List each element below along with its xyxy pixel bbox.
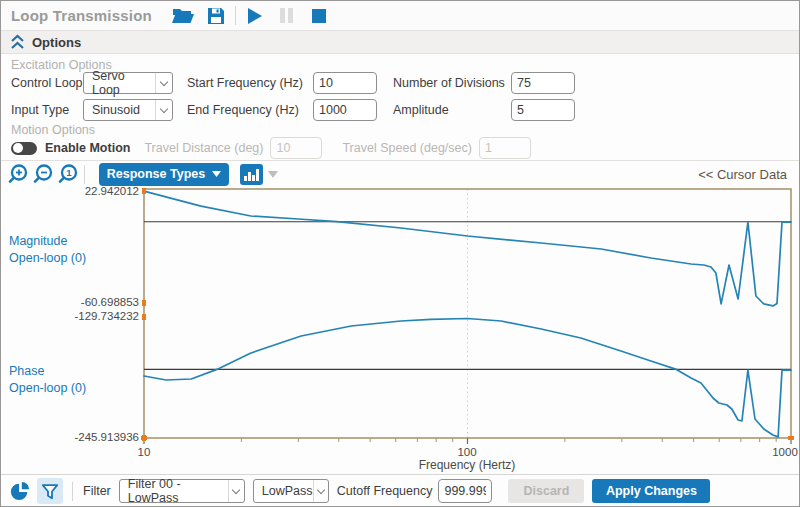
start-frequency-label: Start Frequency (Hz) bbox=[187, 76, 313, 90]
input-type-value: Sinusoid bbox=[92, 103, 140, 117]
chart-type-button[interactable] bbox=[240, 164, 263, 185]
options-header-label: Options bbox=[32, 35, 81, 50]
phase-ymin-label: -245.913936 bbox=[1, 431, 139, 443]
pause-button[interactable] bbox=[274, 4, 300, 28]
zoom-in-icon bbox=[7, 163, 29, 185]
amplitude-label: Amplitude bbox=[393, 103, 511, 117]
end-frequency-label: End Frequency (Hz) bbox=[187, 103, 313, 117]
cutoff-frequency-input[interactable] bbox=[438, 479, 492, 503]
toolbar-divider bbox=[235, 6, 236, 25]
save-icon bbox=[206, 6, 226, 26]
zoom-out-button[interactable] bbox=[30, 162, 55, 187]
page-title: Loop Transmission bbox=[11, 7, 152, 24]
x-axis-title: Frequency (Hertz) bbox=[367, 458, 567, 472]
options-panel: Excitation Options Control Loop Servo Lo… bbox=[1, 55, 799, 160]
bar-chart-icon bbox=[244, 169, 259, 181]
zoom-reset-button[interactable]: 1 bbox=[55, 162, 80, 187]
filter-type-select[interactable]: LowPass bbox=[253, 479, 329, 503]
options-collapse-header[interactable]: Options bbox=[1, 30, 799, 54]
response-types-label: Response Types bbox=[107, 167, 205, 181]
travel-distance-label: Travel Distance (deg) bbox=[144, 141, 263, 155]
filter-bar: Filter Filter 00 - LowPass LowPass Cutof… bbox=[1, 474, 799, 507]
travel-speed-label: Travel Speed (deg/sec) bbox=[342, 141, 471, 155]
xtick-1000: 1000 bbox=[762, 446, 800, 458]
filter-type-value: LowPass bbox=[262, 484, 313, 498]
magnitude-axis-title: Magnitude Open-loop (0) bbox=[9, 233, 86, 267]
divisions-label: Number of Divisions bbox=[393, 76, 511, 90]
title-bar: Loop Transmission bbox=[1, 1, 799, 30]
caret-down-icon bbox=[212, 171, 221, 177]
discard-button[interactable]: Discard bbox=[508, 479, 584, 503]
chart-toolbar-divider bbox=[84, 165, 85, 184]
zoom-out-icon bbox=[32, 163, 54, 185]
divisions-input[interactable] bbox=[511, 72, 575, 94]
filter-view-button[interactable] bbox=[37, 478, 63, 504]
travel-distance-input[interactable] bbox=[270, 137, 322, 159]
zoom-reset-icon: 1 bbox=[57, 163, 79, 185]
filter-funnel-icon bbox=[40, 482, 60, 501]
save-button[interactable] bbox=[203, 4, 229, 28]
mag-ymax-label: 22.942012 bbox=[1, 185, 139, 197]
pie-chart-icon bbox=[10, 481, 30, 501]
folder-open-icon bbox=[171, 6, 195, 26]
svg-text:1: 1 bbox=[66, 167, 72, 178]
collapse-chevrons-icon bbox=[10, 34, 25, 50]
stop-icon bbox=[311, 8, 327, 24]
loop-transmission-window: Loop Transmission bbox=[0, 0, 800, 507]
stop-button[interactable] bbox=[306, 4, 332, 28]
control-loop-label: Control Loop bbox=[11, 76, 83, 90]
chart-type-caret-icon[interactable] bbox=[268, 171, 278, 178]
chart-toolbar: 1 Response Types << Cursor Data bbox=[1, 160, 799, 187]
mag-ymin-label: -60.698853 bbox=[1, 296, 139, 308]
pie-chart-button[interactable] bbox=[7, 478, 33, 504]
control-loop-select[interactable]: Servo Loop bbox=[83, 72, 173, 94]
chevron-down-icon bbox=[155, 100, 172, 120]
control-loop-value: Servo Loop bbox=[92, 69, 155, 97]
filter-label: Filter bbox=[83, 484, 111, 498]
input-type-select[interactable]: Sinusoid bbox=[83, 99, 173, 121]
phase-trace-label: Open-loop (0) bbox=[9, 380, 86, 397]
magnitude-trace-label: Open-loop (0) bbox=[9, 250, 86, 267]
filter-select[interactable]: Filter 00 - LowPass bbox=[119, 479, 245, 503]
enable-motion-toggle[interactable] bbox=[11, 142, 37, 155]
chevron-down-icon bbox=[155, 73, 172, 93]
xtick-100: 100 bbox=[444, 446, 490, 458]
filter-select-value: Filter 00 - LowPass bbox=[128, 477, 228, 505]
open-file-button[interactable] bbox=[170, 4, 196, 28]
zoom-in-button[interactable] bbox=[5, 162, 30, 187]
run-button[interactable] bbox=[242, 4, 268, 28]
apply-changes-button[interactable]: Apply Changes bbox=[592, 479, 710, 503]
cutoff-frequency-label: Cutoff Frequency bbox=[337, 484, 433, 498]
enable-motion-label: Enable Motion bbox=[45, 141, 130, 155]
response-types-button[interactable]: Response Types bbox=[99, 163, 229, 186]
chart-region: 22.942012 -60.698853 -129.734232 -245.91… bbox=[1, 187, 800, 474]
cursor-data-expander[interactable]: << Cursor Data bbox=[698, 167, 787, 182]
xtick-10: 10 bbox=[121, 446, 167, 458]
phase-label: Phase bbox=[9, 363, 86, 380]
start-frequency-input[interactable] bbox=[313, 72, 377, 94]
filter-bar-divider bbox=[72, 482, 73, 501]
phase-axis-title: Phase Open-loop (0) bbox=[9, 363, 86, 397]
phase-ymax-label: -129.734232 bbox=[1, 310, 139, 322]
magnitude-label: Magnitude bbox=[9, 233, 86, 250]
travel-speed-input[interactable] bbox=[479, 137, 531, 159]
play-icon bbox=[246, 7, 263, 25]
input-type-label: Input Type bbox=[11, 103, 83, 117]
pause-icon bbox=[279, 7, 294, 24]
chevron-down-icon bbox=[228, 480, 244, 502]
end-frequency-input[interactable] bbox=[313, 99, 377, 121]
amplitude-input[interactable] bbox=[511, 99, 575, 121]
chevron-down-icon bbox=[313, 480, 328, 502]
motion-options-label: Motion Options bbox=[11, 123, 95, 137]
